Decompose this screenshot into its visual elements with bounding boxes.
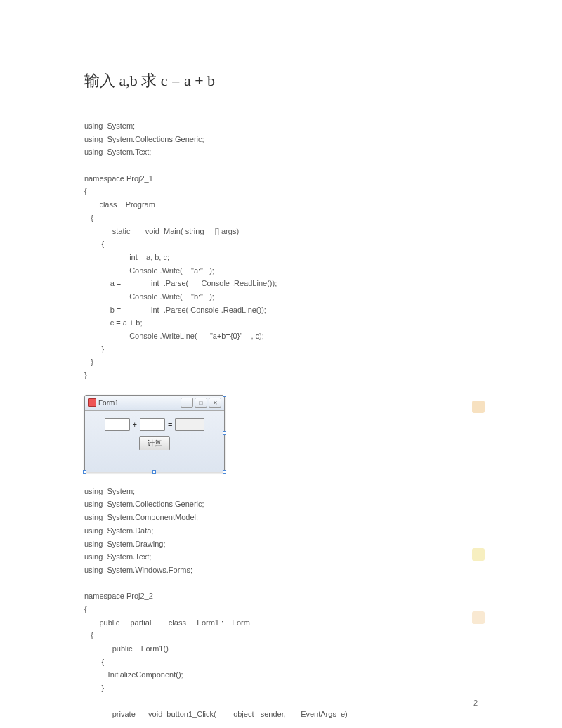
code-block-2: using System; using System.Collections.G… [84, 485, 478, 721]
form-body: + = 计算 [85, 411, 224, 455]
resize-handle-icon [223, 394, 226, 397]
form-titlebar: Form1 ─ □ ✕ [85, 396, 224, 411]
resize-handle-icon [83, 470, 86, 474]
calc-button-label: 计算 [148, 438, 162, 448]
form1-window: Form1 ─ □ ✕ + = 计算 [84, 395, 225, 472]
page-number: 2 [473, 698, 478, 707]
resize-handle-icon [223, 470, 226, 474]
minimize-button[interactable]: ─ [181, 398, 193, 408]
textbox-result [175, 418, 204, 431]
equals-label: = [168, 420, 172, 429]
input-row: + = [105, 418, 205, 431]
resize-handle-icon [223, 431, 226, 435]
page-title: 输入 a,b 求 c = a + b [84, 70, 478, 91]
watermark-icon [472, 548, 485, 561]
close-button[interactable]: ✕ [209, 398, 221, 408]
titlebar-left: Form1 [88, 398, 119, 407]
code-block-1: using System; using System.Collections.G… [84, 119, 478, 382]
maximize-icon: □ [200, 400, 203, 406]
textbox-b[interactable] [140, 418, 165, 431]
watermark-icon [472, 611, 485, 624]
plus-label: + [133, 420, 137, 429]
calculate-button[interactable]: 计算 [139, 436, 170, 450]
window-buttons: ─ □ ✕ [181, 398, 221, 408]
maximize-button[interactable]: □ [195, 398, 207, 408]
textbox-a[interactable] [105, 418, 130, 431]
close-icon: ✕ [213, 400, 218, 406]
resize-handle-icon [152, 470, 156, 474]
watermark-icon [472, 401, 485, 413]
app-icon [88, 398, 96, 407]
minimize-icon: ─ [185, 400, 189, 406]
form-title: Form1 [98, 399, 119, 407]
